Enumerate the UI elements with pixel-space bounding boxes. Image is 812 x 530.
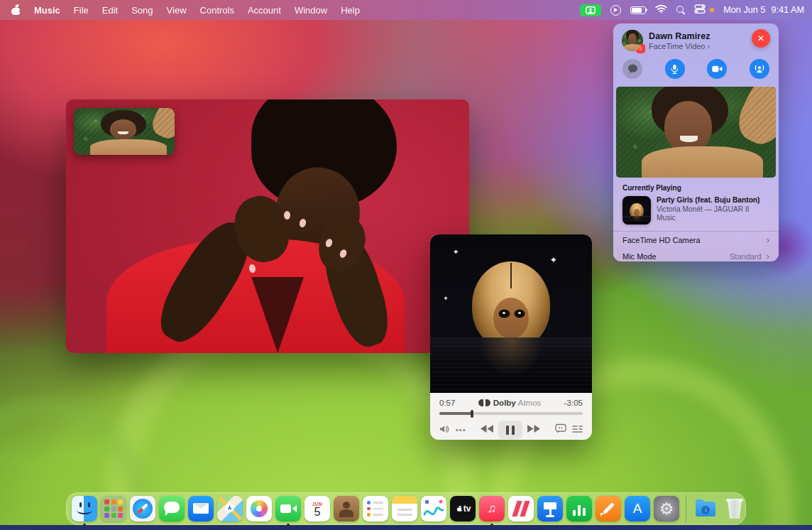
dock-mail-icon[interactable] xyxy=(188,496,214,521)
artwork-eye xyxy=(500,310,509,317)
gear-icon: ⚙ xyxy=(659,499,674,519)
battery-icon[interactable] xyxy=(630,6,646,14)
pip-person-face xyxy=(110,119,136,139)
dock-downloads-icon[interactable]: ↓ xyxy=(693,496,718,521)
dock-reminders-icon[interactable] xyxy=(363,496,388,521)
clock-time: 9:41 AM xyxy=(771,5,804,15)
player-controls: 0:57 Dolby Atmos -3:05 ••• xyxy=(430,393,592,439)
dock-finder-icon[interactable] xyxy=(72,496,97,521)
dock-calendar-icon[interactable]: JUN5 xyxy=(304,496,330,521)
end-call-button[interactable]: ✕ xyxy=(752,29,770,48)
dolby-logo-icon xyxy=(485,399,490,406)
facetime-camera-row[interactable]: FaceTime HD Camera › xyxy=(613,232,779,248)
currently-playing-song[interactable]: Party Girls (feat. Buju Banton) Victoria… xyxy=(622,196,769,225)
apple-menu-icon[interactable] xyxy=(11,5,21,15)
album-artwork: ✦ ✦ ✦ ✦ xyxy=(430,234,592,393)
spotlight-search-icon[interactable] xyxy=(676,6,685,14)
fast-forward-button[interactable] xyxy=(527,423,541,436)
menu-window[interactable]: Window xyxy=(295,5,327,16)
chevron-right-icon: › xyxy=(767,252,769,260)
dock-launchpad-icon[interactable] xyxy=(101,496,126,521)
menu-song[interactable]: Song xyxy=(131,5,153,16)
preview-person-arm xyxy=(731,87,776,151)
song-title: Party Girls (feat. Buju Banton) xyxy=(657,196,759,204)
menu-file[interactable]: File xyxy=(74,5,89,16)
more-options-button[interactable]: ••• xyxy=(456,426,466,434)
dock-facetime-icon[interactable] xyxy=(275,496,301,521)
self-view-pip[interactable] xyxy=(74,108,175,155)
menu-account[interactable]: Account xyxy=(248,5,281,16)
wallpaper-bottom-edge xyxy=(0,525,812,530)
menu-controls[interactable]: Controls xyxy=(200,5,234,16)
dock-system-settings-icon[interactable]: ⚙ xyxy=(654,496,679,521)
menu-view[interactable]: View xyxy=(167,5,187,16)
mute-mic-button[interactable] xyxy=(665,59,685,79)
mic-in-use-indicator xyxy=(710,8,714,12)
dock-photos-icon[interactable] xyxy=(246,496,272,521)
currently-playing-label: Currently Playing xyxy=(622,184,769,192)
dock-apple-tv-icon[interactable]: tv xyxy=(450,496,476,521)
now-playing-menu-icon[interactable] xyxy=(610,5,621,16)
shareplay-button[interactable] xyxy=(750,59,769,79)
facetime-control-panel: ♪ Dawn Ramirez FaceTime Video › ✕ xyxy=(613,23,779,261)
song-source-app: Music xyxy=(657,214,759,222)
lyrics-button[interactable] xyxy=(555,423,566,436)
pip-person-smile xyxy=(118,131,128,134)
menu-bar: Music File Edit Song View Controls Accou… xyxy=(0,0,812,20)
artwork-eye xyxy=(515,310,525,317)
volume-icon[interactable] xyxy=(439,423,450,436)
contact-avatar xyxy=(622,30,643,51)
pause-button[interactable] xyxy=(498,421,522,439)
dock-keynote-icon[interactable] xyxy=(537,496,563,521)
dock-pages-icon[interactable] xyxy=(596,496,621,521)
control-center-icon[interactable] xyxy=(694,4,706,16)
rewind-button[interactable] xyxy=(480,423,494,436)
dock-numbers-icon[interactable] xyxy=(566,496,592,521)
camera-row-label: FaceTime HD Camera xyxy=(622,236,701,244)
dock-trash-icon[interactable] xyxy=(722,496,747,521)
dock-maps-icon[interactable] xyxy=(217,496,243,521)
dock-news-icon[interactable] xyxy=(508,496,534,521)
menu-app-name[interactable]: Music xyxy=(34,5,60,16)
mic-mode-label: Mic Mode xyxy=(622,252,657,261)
preview-person-smile xyxy=(680,136,698,142)
menu-help[interactable]: Help xyxy=(341,5,360,16)
dock-notes-icon[interactable] xyxy=(392,496,417,521)
download-arrow-icon: ↓ xyxy=(701,506,710,514)
artwork-hair-part xyxy=(510,263,512,288)
messages-button[interactable] xyxy=(622,59,642,79)
mic-mode-row[interactable]: Mic Mode Standard › xyxy=(613,248,779,264)
artwork-water xyxy=(430,337,592,393)
camera-button[interactable] xyxy=(707,59,727,79)
pip-person-shirt xyxy=(90,139,167,155)
dock-music-icon[interactable]: ♫ xyxy=(479,496,505,521)
wifi-icon[interactable] xyxy=(655,4,667,16)
screen-sharing-status-icon[interactable] xyxy=(580,4,601,16)
avatar-face xyxy=(628,33,637,45)
menu-edit[interactable]: Edit xyxy=(102,5,118,16)
progress-thumb[interactable] xyxy=(471,410,473,418)
fingernail xyxy=(284,211,290,220)
dock-app-store-icon[interactable]: A xyxy=(625,496,650,521)
contact-name: Dawn Ramirez xyxy=(649,31,710,41)
running-indicator xyxy=(490,524,493,526)
facetime-video-link[interactable]: FaceTime Video › xyxy=(649,42,710,50)
music-mini-player[interactable]: ✦ ✦ ✦ ✦ 0:57 Dolby Atmos -3:05 xyxy=(430,234,592,440)
close-icon: ✕ xyxy=(757,33,764,43)
elapsed-time: 0:57 xyxy=(439,399,455,407)
star-sparkle: ✦ xyxy=(453,249,459,256)
scrub-bar[interactable] xyxy=(439,412,583,415)
running-indicator xyxy=(83,524,86,526)
dock-safari-icon[interactable] xyxy=(130,496,155,521)
dock-divider xyxy=(686,495,686,522)
song-artist: Victoria Monét — JAGUAR II xyxy=(657,205,759,213)
song-thumbnail xyxy=(622,196,651,225)
dolby-atmos-badge: Dolby Atmos xyxy=(478,399,542,407)
queue-button[interactable] xyxy=(572,423,583,436)
dock-messages-icon[interactable] xyxy=(159,496,185,521)
star-sparkle: ✦ xyxy=(443,295,449,302)
facetime-call-window[interactable] xyxy=(66,99,469,353)
menu-bar-clock[interactable]: Mon Jun 5 9:41 AM xyxy=(723,5,804,15)
dock-contacts-icon[interactable] xyxy=(334,496,359,521)
dock-freeform-icon[interactable] xyxy=(421,496,446,521)
